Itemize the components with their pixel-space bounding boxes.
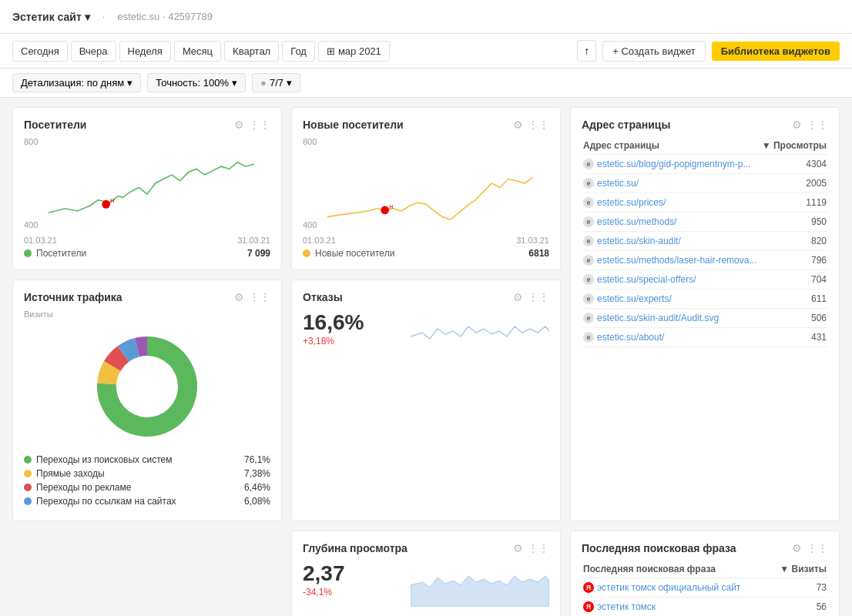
address-link[interactable]: e estetic.su/about/ [583, 332, 758, 343]
new-visitors-legend-value: 6818 [528, 248, 549, 259]
legend-dot [24, 497, 32, 505]
legend-pct: 7,38% [244, 468, 270, 479]
tab-quarter[interactable]: Квартал [224, 41, 279, 62]
search-phrase-card-icons: ⚙ ⋮⋮ [792, 542, 828, 554]
settings-icon[interactable]: ⚙ [513, 291, 523, 303]
table-row: e estetic.su/experts/ 611 [582, 290, 828, 309]
date-picker-button[interactable]: ⊞ мар 2021 [318, 41, 390, 62]
settings-icon[interactable]: ⚙ [234, 291, 244, 303]
accuracy-filter[interactable]: Точность: 100% ▾ [147, 73, 246, 92]
grid-icon[interactable]: ⋮⋮ [807, 119, 828, 131]
address-link[interactable]: e estetic.su/methods/laser-hair-remova..… [583, 255, 758, 266]
tab-year[interactable]: Год [282, 41, 315, 62]
address-link[interactable]: e estetic.su/skin-audit/ [583, 236, 758, 246]
bounce-change: +3,18% [303, 336, 401, 346]
legend-label: Переходы из поисковых систем [36, 454, 172, 465]
export-icon: ↑ [584, 45, 589, 57]
donut-svg [86, 325, 209, 448]
library-button[interactable]: Библиотека виджетов [712, 42, 840, 61]
search-phrase-title: Последняя поисковая фраза [582, 542, 736, 554]
filters-bar: Детализация: по дням ▾ Точность: 100% ▾ … [0, 69, 852, 98]
depth-card: Глубина просмотра ⚙ ⋮⋮ 2,37 -34,1% [291, 531, 561, 616]
depth-left: 2,37 -34,1% [303, 561, 401, 598]
chevron-down-icon: ▾ [127, 77, 132, 89]
settings-icon[interactable]: ⚙ [513, 119, 523, 131]
address-col2-header: ▼ Просмотры [760, 137, 828, 155]
address-col1-header: Адрес страницы [582, 137, 760, 155]
table-row: e estetic.su/blog/gid-popigmentnym-p... … [582, 155, 828, 174]
tab-today[interactable]: Сегодня [12, 41, 68, 62]
bounce-card-icons: ⚙ ⋮⋮ [513, 291, 549, 303]
address-link[interactable]: e estetic.su/methods/ [583, 216, 758, 227]
grid-icon[interactable]: ⋮⋮ [528, 291, 549, 303]
yandex-icon: Я [583, 601, 594, 612]
visitors-y-labels: 800 400 [24, 137, 38, 229]
address-cell: e estetic.su/experts/ [582, 290, 760, 309]
grid-icon[interactable]: ⋮⋮ [528, 119, 549, 131]
traffic-title: Источник трафика [24, 291, 122, 303]
settings-icon[interactable]: ⚙ [792, 542, 802, 554]
visitors-legend-value: 7 099 [247, 248, 270, 259]
settings-icon[interactable]: ⚙ [513, 542, 523, 554]
segments-filter[interactable]: ● 7/7 ▾ [252, 73, 300, 92]
address-link[interactable]: e estetic.su/special-offers/ [583, 274, 758, 285]
phrase-link[interactable]: Я эстетик томск [583, 601, 768, 612]
visits-cell: 56 [770, 598, 828, 617]
new-visitors-card-header: Новые посетители ⚙ ⋮⋮ [303, 119, 549, 131]
new-visitors-legend: Новые посетители 6818 [303, 248, 549, 259]
table-row: e estetic.su/methods/laser-hair-remova..… [582, 251, 828, 270]
bounce-card: Отказы ⚙ ⋮⋮ 16,6% +3,18% [291, 280, 561, 521]
visitors-card-header: Посетители ⚙ ⋮⋮ [24, 119, 270, 131]
visitors-legend: Посетители 7 099 [24, 248, 270, 259]
table-row: e estetic.su/skin-audit/ 820 [582, 232, 828, 251]
visitors-legend-label: Посетители [36, 248, 243, 259]
site-name: Эстетик сайт [12, 11, 82, 23]
annotation-dot [381, 206, 389, 214]
export-button[interactable]: ↑ [577, 40, 596, 62]
depth-content: 2,37 -34,1% [303, 561, 549, 607]
detail-filter[interactable]: Детализация: по дням ▾ [12, 73, 141, 92]
tab-week[interactable]: Неделя [119, 41, 171, 62]
e-icon: e [583, 274, 594, 285]
tab-yesterday[interactable]: Вчера [71, 41, 116, 62]
views-cell: 950 [760, 213, 828, 232]
create-widget-button[interactable]: + Создать виджет [602, 41, 705, 62]
grid-icon[interactable]: ⋮⋮ [249, 291, 270, 303]
settings-icon[interactable]: ⚙ [792, 119, 802, 131]
phrase-link[interactable]: Я эстетик томск официальный сайт [583, 582, 768, 593]
legend-pct: 6,46% [244, 482, 270, 493]
grid-icon[interactable]: ⋮⋮ [807, 542, 828, 554]
new-visitors-title: Новые посетители [303, 119, 404, 131]
views-cell: 796 [760, 251, 828, 270]
circle-icon: ● [260, 77, 267, 89]
address-cell: e estetic.su/skin-audit/ [582, 232, 760, 251]
donut-chart [24, 325, 270, 448]
list-item: Переходы по рекламе 6,46% [24, 482, 270, 493]
address-link[interactable]: e estetic.su/prices/ [583, 197, 758, 208]
address-card-header: Адрес страницы ⚙ ⋮⋮ [582, 119, 828, 131]
new-visitors-card: Новые посетители ⚙ ⋮⋮ 800 400 н 01.03.21… [291, 107, 561, 270]
address-card: Адрес страницы ⚙ ⋮⋮ Адрес страницы ▼ Про… [570, 107, 840, 521]
settings-icon[interactable]: ⚙ [234, 119, 244, 131]
visitors-chart: 800 400 н [24, 137, 270, 229]
address-link[interactable]: e estetic.su/experts/ [583, 293, 758, 304]
address-link[interactable]: e estetic.su/skin-audit/Audit.svg [583, 313, 758, 323]
visitors-card: Посетители ⚙ ⋮⋮ 800 400 н 01.03.21 31.03… [12, 107, 282, 270]
svg-text:н: н [110, 196, 114, 204]
phrase-cell: Я эстетик томск официальный сайт [582, 578, 770, 598]
address-card-icons: ⚙ ⋮⋮ [792, 119, 828, 131]
yandex-icon: Я [583, 582, 594, 593]
grid-icon[interactable]: ⋮⋮ [528, 542, 549, 554]
header: Эстетик сайт ▾ · estetic.su · 42597789 [0, 0, 852, 34]
traffic-subtitle: Визиты [24, 310, 270, 319]
visitors-card-icons: ⚙ ⋮⋮ [234, 119, 270, 131]
address-link[interactable]: e estetic.su/ [583, 178, 758, 189]
address-link[interactable]: e estetic.su/blog/gid-popigmentnym-p... [583, 159, 758, 169]
grid-icon[interactable]: ⋮⋮ [249, 119, 270, 131]
search-phrase-card: Последняя поисковая фраза ⚙ ⋮⋮ Последняя… [570, 531, 840, 616]
separator: · [102, 11, 106, 22]
address-cell: e estetic.su/methods/ [582, 213, 760, 232]
tab-month[interactable]: Месяц [174, 41, 221, 62]
views-cell: 431 [760, 328, 828, 347]
site-selector[interactable]: Эстетик сайт ▾ [12, 11, 90, 23]
